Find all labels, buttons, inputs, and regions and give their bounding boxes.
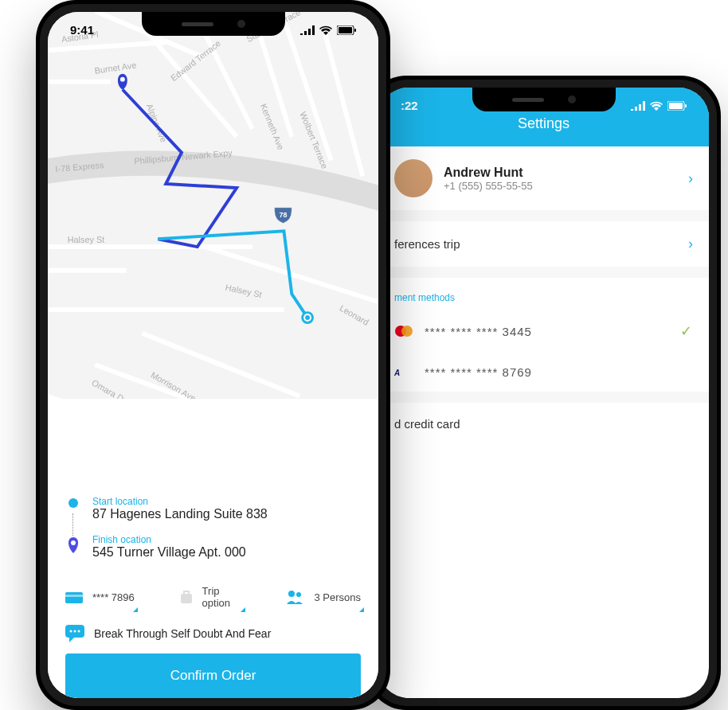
- svg-point-26: [305, 315, 310, 320]
- svg-text:78: 78: [280, 211, 288, 219]
- note-row[interactable]: Break Through Self Doubt And Fear: [65, 618, 361, 653]
- svg-text:Leonard: Leonard: [339, 302, 371, 326]
- card-row-1[interactable]: **** **** **** 3445 ✓: [378, 310, 709, 353]
- mastercard-icon: [394, 325, 413, 337]
- visa-icon: A: [394, 366, 413, 379]
- confirm-button[interactable]: Confirm Order: [65, 653, 361, 698]
- battery-icon: [667, 101, 687, 111]
- map[interactable]: Astoria Pl Burnet Ave Alpine Ave Edward …: [48, 12, 378, 399]
- profile-phone: +1 (555) 555-55-55: [444, 180, 533, 192]
- chevron-right-icon: ›: [688, 170, 693, 187]
- svg-rect-30: [65, 595, 83, 597]
- wifi-icon: [650, 101, 663, 111]
- suitcase-icon: [178, 589, 194, 605]
- svg-point-28: [71, 540, 76, 545]
- notch: [142, 12, 285, 36]
- order-panel: Start location 87 Hagenes Landing Suite …: [48, 480, 378, 698]
- battery-icon: [337, 25, 356, 35]
- svg-rect-7: [339, 27, 352, 33]
- svg-rect-1: [669, 103, 683, 109]
- payment-option[interactable]: **** 7896: [65, 585, 135, 609]
- svg-rect-29: [65, 592, 83, 603]
- phone-settings: :22 Settings Andrew Hunt +1 (555) 555-55…: [366, 76, 721, 710]
- add-card-label: d credit card: [394, 417, 460, 431]
- add-card-row[interactable]: d credit card: [378, 403, 709, 445]
- start-label: Start location: [92, 496, 268, 507]
- svg-rect-31: [181, 594, 192, 603]
- status-time: :22: [401, 99, 418, 112]
- svg-point-32: [288, 591, 295, 597]
- finish-label: Finish ocation: [92, 534, 246, 545]
- finish-location-row[interactable]: Finish ocation 545 Turner Village Apt. 0…: [65, 534, 361, 560]
- notch: [472, 88, 616, 111]
- svg-text:Omara Dr: Omara Dr: [90, 377, 128, 399]
- check-icon: ✓: [680, 322, 693, 340]
- phone-order: 9:41 Astoria Pl Burnet Ave Al: [36, 0, 390, 710]
- note-text: Break Through Self Doubt And Fear: [94, 627, 271, 640]
- trip-text: Trip option: [202, 585, 242, 609]
- card-number: **** **** **** 8769: [425, 365, 532, 379]
- status-time: 9:41: [70, 23, 94, 37]
- profile-name: Andrew Hunt: [444, 166, 533, 180]
- avatar: [394, 159, 432, 197]
- finish-pin-icon: [66, 536, 80, 553]
- svg-point-37: [78, 630, 80, 633]
- chevron-right-icon: ›: [688, 236, 693, 252]
- persons-text: 3 Persons: [314, 591, 361, 603]
- trip-option[interactable]: Trip option: [178, 585, 242, 609]
- preferences-label: ferences trip: [394, 237, 460, 251]
- svg-point-33: [296, 592, 301, 597]
- svg-text:Halsey St: Halsey St: [225, 283, 263, 299]
- svg-text:Burnet Ave: Burnet Ave: [94, 60, 137, 75]
- start-value: 87 Hagenes Landing Suite 838: [92, 507, 268, 521]
- persons-option[interactable]: 3 Persons: [285, 585, 361, 609]
- finish-value: 545 Turner Village Apt. 000: [92, 545, 246, 560]
- start-pin-icon: [118, 74, 127, 90]
- persons-icon: [285, 590, 306, 604]
- card-text: **** 7896: [92, 591, 135, 603]
- svg-text:Alpine Ave: Alpine Ave: [145, 103, 169, 144]
- svg-text:A: A: [394, 369, 401, 377]
- svg-rect-8: [354, 29, 356, 32]
- card-number: **** **** **** 3445: [425, 325, 532, 338]
- signal-icon: [300, 25, 315, 35]
- status-right: [300, 25, 356, 35]
- signal-icon: [631, 101, 645, 111]
- card-icon: [65, 590, 84, 604]
- svg-point-27: [68, 498, 78, 508]
- svg-point-24: [120, 77, 125, 82]
- wifi-icon: [319, 25, 332, 35]
- card-row-2[interactable]: A **** **** **** 8769: [378, 353, 709, 392]
- svg-text:Halsey St: Halsey St: [68, 235, 104, 244]
- payment-methods-label: ment methods: [378, 278, 709, 310]
- svg-rect-2: [685, 104, 687, 107]
- profile-row[interactable]: Andrew Hunt +1 (555) 555-55-55 ›: [378, 146, 709, 210]
- options-row: **** 7896 Trip option 3 Persons: [65, 572, 361, 618]
- chat-icon: [65, 625, 84, 642]
- start-dot-icon: [68, 497, 79, 509]
- svg-point-35: [70, 630, 72, 633]
- map-svg: Astoria Pl Burnet Ave Alpine Ave Edward …: [48, 12, 378, 399]
- status-right: [631, 101, 687, 111]
- preferences-row[interactable]: ferences trip ›: [378, 221, 709, 267]
- start-location-row[interactable]: Start location 87 Hagenes Landing Suite …: [65, 496, 361, 521]
- svg-point-36: [74, 630, 76, 633]
- svg-point-4: [401, 326, 413, 337]
